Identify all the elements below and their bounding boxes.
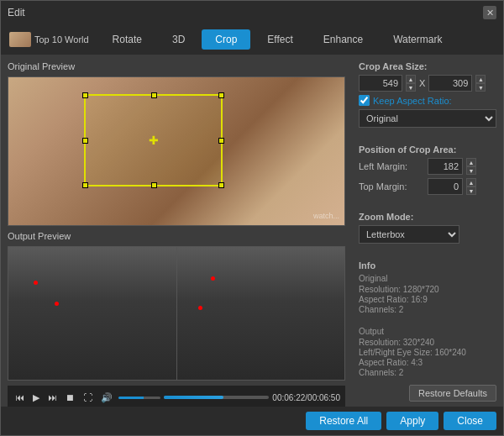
player-play-button[interactable]: ▶: [30, 391, 42, 405]
edit-window: Edit ✕ Top 10 World Rotate 3D Crop Effec…: [0, 0, 504, 436]
crop-width-spinners: ▲ ▼: [406, 75, 416, 92]
original-preview-label: Original Preview: [8, 61, 345, 71]
player-next-button[interactable]: ⏭: [45, 391, 60, 404]
watermark: watch...: [313, 212, 339, 220]
progress-fill: [164, 396, 223, 399]
tab-3d[interactable]: 3D: [159, 29, 198, 50]
red-dot-1: [34, 281, 38, 285]
output-half-left-bg: [8, 247, 176, 380]
crop-width-down[interactable]: ▼: [406, 83, 416, 92]
original-preview-box: ✚ watch...: [8, 76, 345, 226]
keep-aspect-checkbox[interactable]: [359, 95, 370, 106]
left-margin-row: Left Margin: ▲ ▼: [359, 158, 496, 175]
left-margin-input[interactable]: [428, 158, 463, 175]
restore-all-button[interactable]: Restore All: [306, 412, 381, 430]
main-content: Original Preview: [1, 55, 503, 407]
player-stop-button[interactable]: ⏹: [63, 391, 77, 404]
crop-handle-tl[interactable]: [82, 92, 88, 98]
original-info-subtitle: Original: [359, 274, 496, 283]
original-preview-image: ✚: [8, 77, 344, 225]
output-eye-size: Left/Right Eye Size: 160*240: [359, 348, 496, 357]
crop-selection-box[interactable]: ✚: [84, 94, 223, 186]
crop-height-spinners: ▲ ▼: [475, 75, 486, 92]
left-panel: Original Preview: [1, 55, 352, 407]
output-preview-section: Output Preview: [8, 231, 345, 381]
crop-height-up[interactable]: ▲: [475, 75, 486, 83]
close-button[interactable]: Close: [444, 412, 496, 430]
red-dot-2: [55, 302, 59, 306]
zoom-mode-group: Zoom Mode: Letterbox: [359, 212, 496, 244]
crop-width-input[interactable]: [359, 75, 402, 92]
crop-handle-bl[interactable]: [82, 182, 88, 188]
position-group: Position of Crop Area: Left Margin: ▲ ▼ …: [359, 144, 496, 195]
volume-slider[interactable]: [118, 397, 160, 399]
keep-aspect-row: Keep Aspect Ratio:: [359, 95, 496, 106]
thumbnail-label: Top 10 World: [34, 34, 89, 45]
top-margin-up[interactable]: ▲: [466, 178, 476, 186]
crop-handle-tm[interactable]: [151, 92, 157, 98]
output-channels: Channels: 2: [359, 368, 496, 377]
info-title: Info: [359, 260, 496, 271]
crop-width-up[interactable]: ▲: [406, 75, 416, 83]
crop-handle-bm[interactable]: [151, 182, 157, 188]
output-half-right-bg: [177, 247, 345, 380]
aspect-ratio-select[interactable]: Original: [359, 109, 496, 128]
restore-defaults-container: Restore Defaults: [359, 385, 496, 402]
bottom-buttons: Restore All Apply Close: [1, 407, 503, 435]
volume-icon[interactable]: 🔊: [98, 391, 115, 405]
right-panel: Crop Area Size: ▲ ▼ X ▲ ▼: [352, 55, 503, 407]
player-fullscreen-button[interactable]: ⛶: [81, 391, 95, 404]
crop-height-down[interactable]: ▼: [475, 83, 486, 92]
output-split-view: [8, 247, 344, 380]
top-margin-label: Top Margin:: [359, 181, 424, 192]
original-channels: Channels: 2: [359, 305, 496, 314]
output-info-subtitle: Output: [359, 327, 496, 336]
crosshair-icon: ✚: [149, 134, 159, 147]
zoom-mode-label: Zoom Mode:: [359, 212, 496, 222]
output-preview-box: [8, 246, 345, 381]
crop-height-input[interactable]: [428, 75, 472, 92]
red-dot-3: [211, 276, 215, 281]
top-margin-spinners: ▲ ▼: [466, 178, 476, 195]
original-aspect: Aspect Ratio: 16:9: [359, 295, 496, 304]
crop-handle-br[interactable]: [218, 182, 224, 188]
top-margin-input[interactable]: [428, 178, 463, 195]
position-label: Position of Crop Area:: [359, 144, 496, 155]
crop-area-size-group: Crop Area Size: ▲ ▼ X ▲ ▼: [359, 61, 496, 128]
top-margin-down[interactable]: ▼: [466, 186, 476, 195]
crop-size-inputs: ▲ ▼ X ▲ ▼: [359, 75, 496, 92]
tab-watermark[interactable]: Watermark: [380, 29, 455, 50]
tab-effect[interactable]: Effect: [254, 29, 306, 50]
original-resolution: Resolution: 1280*720: [359, 285, 496, 294]
player-controls: ⏮ ▶ ⏭ ⏹ ⛶ 🔊 00:06:22/00:06:50: [8, 386, 345, 407]
window-title: Edit: [8, 7, 25, 18]
video-thumbnail: [9, 32, 31, 47]
restore-defaults-button[interactable]: Restore Defaults: [409, 385, 496, 402]
progress-bar[interactable]: [164, 396, 269, 399]
x-separator: X: [419, 78, 425, 88]
left-margin-up[interactable]: ▲: [466, 158, 476, 166]
crop-handle-ml[interactable]: [82, 138, 88, 144]
crop-handle-mr[interactable]: [218, 138, 224, 144]
close-window-button[interactable]: ✕: [483, 6, 496, 19]
output-half-right: [177, 247, 345, 380]
crop-handle-tr[interactable]: [218, 92, 224, 98]
tab-bar: Top 10 World Rotate 3D Crop Effect Enhan…: [1, 24, 503, 55]
output-half-left: [8, 247, 177, 380]
title-bar: Edit ✕: [1, 1, 503, 24]
top-margin-row: Top Margin: ▲ ▼: [359, 178, 496, 195]
title-bar-left: Edit: [8, 7, 25, 18]
tab-rotate[interactable]: Rotate: [99, 29, 155, 50]
apply-button[interactable]: Apply: [386, 412, 438, 430]
tab-crop[interactable]: Crop: [202, 29, 250, 50]
zoom-mode-select[interactable]: Letterbox: [359, 225, 459, 244]
tab-enhance[interactable]: Enhance: [310, 29, 376, 50]
output-resolution: Resolution: 320*240: [359, 338, 496, 347]
left-margin-spinners: ▲ ▼: [466, 158, 476, 175]
output-preview-label: Output Preview: [8, 231, 345, 241]
player-prev-button[interactable]: ⏮: [13, 391, 27, 404]
left-margin-down[interactable]: ▼: [466, 166, 476, 175]
crop-area-size-label: Crop Area Size:: [359, 61, 496, 71]
output-aspect: Aspect Ratio: 4:3: [359, 358, 496, 367]
info-section: Info Original Resolution: 1280*720 Aspec…: [359, 260, 496, 378]
